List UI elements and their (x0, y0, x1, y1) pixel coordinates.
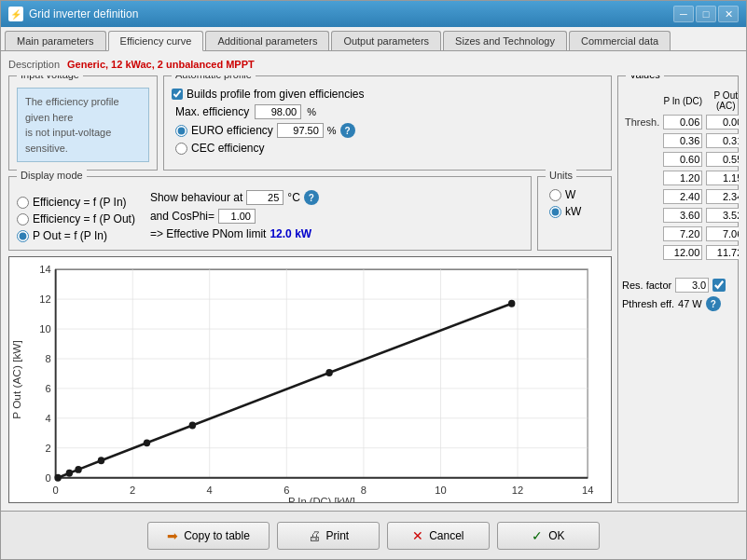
pout-input-4[interactable] (706, 189, 739, 204)
pin-input-4[interactable] (663, 189, 702, 204)
title-bar-left: ⚡ Grid inverter definition (8, 7, 138, 21)
bottom-bar: ➡ Copy to table 🖨 Print ✕ Cancel ✓ OK (1, 511, 746, 559)
pout-input-6[interactable] (706, 226, 739, 241)
tab-additional-parameters[interactable]: Additional parameters (205, 31, 329, 50)
left-panel: Input voltage The efficiency profile giv… (8, 75, 612, 503)
svg-text:10: 10 (435, 485, 446, 496)
unit-kw-radio[interactable] (549, 206, 561, 218)
euro-eff-unit: % (327, 125, 337, 136)
tab-output-parameters[interactable]: Output parameters (331, 31, 441, 50)
input-voltage-text: The efficiency profile given here is not… (17, 88, 149, 162)
efficiency-chart: 0 2 4 6 8 10 12 14 0 2 (9, 257, 611, 502)
builds-profile-row: Builds profile from given efficiencies (172, 88, 603, 101)
main-area: Input voltage The efficiency profile giv… (8, 75, 739, 503)
pout-input-7[interactable] (706, 245, 739, 260)
svg-point-34 (54, 474, 61, 482)
svg-text:8: 8 (361, 485, 367, 496)
tab-main-parameters[interactable]: Main parameters (5, 31, 106, 50)
pin-input-3[interactable] (663, 171, 702, 185)
unit-w-row: W (549, 188, 603, 201)
euro-help-button[interactable]: ? (340, 123, 355, 138)
pin-input-5[interactable] (663, 208, 702, 223)
svg-point-40 (325, 369, 332, 376)
svg-point-36 (75, 466, 81, 473)
pin-input-0[interactable] (663, 115, 702, 130)
svg-text:P Out (AC) [kW]: P Out (AC) [kW] (12, 340, 23, 419)
dm-option1-label: Efficiency = f (P In) (33, 196, 127, 209)
maximize-button[interactable]: □ (696, 6, 716, 22)
cancel-button[interactable]: ✕ Cancel (387, 522, 490, 550)
pout-input-1[interactable] (706, 133, 739, 148)
input-voltage-line1: The efficiency profile given here (25, 96, 119, 123)
close-button[interactable]: ✕ (718, 6, 739, 22)
res-factor-checkbox[interactable] (712, 279, 726, 292)
pin-input-2[interactable] (663, 152, 702, 167)
ok-button[interactable]: ✓ OK (497, 522, 600, 550)
svg-text:P In (DC) [kW]: P In (DC) [kW] (288, 495, 355, 502)
svg-point-38 (144, 439, 150, 446)
pout-input-3[interactable] (706, 171, 739, 185)
print-button[interactable]: 🖨 Print (277, 522, 380, 550)
dm-option3-label: P Out = f (P In) (33, 229, 107, 242)
svg-point-39 (189, 422, 196, 430)
pout-input-5[interactable] (706, 208, 739, 223)
builds-profile-checkbox[interactable] (172, 89, 183, 100)
input-voltage-title: Input voltage (17, 75, 83, 80)
description-value: Generic, 12 kWac, 2 unbalanced MPPT (67, 59, 255, 70)
content-area: Description Generic, 12 kWac, 2 unbalanc… (1, 51, 746, 511)
pout-input-0[interactable] (706, 115, 739, 130)
svg-point-41 (508, 300, 515, 307)
auto-profile-group: Automatic profile Builds profile from gi… (163, 75, 612, 171)
svg-text:2: 2 (45, 442, 50, 453)
max-eff-input[interactable] (255, 104, 301, 119)
display-mode-options: Efficiency = f (P In) Efficiency = f (P … (17, 196, 135, 242)
pin-input-7[interactable] (663, 245, 702, 260)
ok-icon: ✓ (532, 528, 543, 543)
dm-option1-radio[interactable] (17, 197, 29, 209)
cosphi-input[interactable] (218, 209, 256, 224)
max-eff-label: Max. efficiency (175, 105, 249, 118)
pin-input-1[interactable] (663, 133, 702, 148)
tab-sizes-technology[interactable]: Sizes and Technology (443, 31, 567, 50)
svg-text:4: 4 (207, 485, 214, 496)
units-title: Units (546, 170, 576, 181)
display-units-row: Display mode Efficiency = f (P In) Effic… (8, 176, 612, 251)
values-group: Values P In (DC) P Out (AC) Thresh. (617, 75, 739, 503)
res-factor-row: Res. factor (622, 278, 734, 293)
unit-w-label: W (565, 188, 575, 201)
euro-eff-radio[interactable] (175, 125, 187, 137)
pout-input-2[interactable] (706, 152, 739, 167)
temp-help-button[interactable]: ? (304, 190, 319, 205)
copy-to-table-button[interactable]: ➡ Copy to table (147, 522, 270, 550)
thresh-col-header (624, 89, 660, 112)
dm-option1-row: Efficiency = f (P In) (17, 196, 135, 209)
pin-input-6[interactable] (663, 226, 702, 241)
tab-efficiency-curve[interactable]: Efficiency curve (108, 31, 204, 51)
pthresh-help-button[interactable]: ? (706, 296, 721, 311)
dm-option2-radio[interactable] (17, 213, 29, 225)
res-factor-input[interactable] (675, 278, 709, 293)
builds-profile-label: Builds profile from given efficiencies (187, 88, 365, 101)
svg-text:10: 10 (39, 323, 50, 335)
app-icon: ⚡ (8, 7, 23, 21)
window-title: Grid inverter definition (29, 7, 138, 20)
print-icon: 🖨 (308, 528, 321, 543)
units-group: Units W kW (537, 176, 612, 251)
unit-kw-row: kW (549, 205, 603, 218)
copy-icon: ➡ (167, 528, 178, 543)
cec-eff-radio[interactable] (175, 143, 187, 155)
unit-w-radio[interactable] (549, 189, 561, 201)
tab-commercial-data[interactable]: Commercial data (569, 31, 671, 50)
euro-eff-input[interactable] (277, 123, 324, 138)
input-voltage-group: Input voltage The efficiency profile giv… (8, 75, 158, 171)
minimize-button[interactable]: ─ (673, 6, 694, 22)
main-window: ⚡ Grid inverter definition ─ □ ✕ Main pa… (0, 0, 747, 560)
effective-pnom-row: => Effective PNom limit 12.0 kW (150, 227, 319, 240)
temperature-input[interactable] (246, 190, 284, 205)
cec-eff-row: CEC efficiency (175, 142, 603, 155)
dm-option3-radio[interactable] (17, 230, 29, 242)
svg-text:4: 4 (45, 412, 51, 423)
top-controls-row: Input voltage The efficiency profile giv… (8, 75, 612, 171)
svg-point-35 (66, 470, 73, 477)
dm-option2-label: Efficiency = f (P Out) (33, 212, 135, 225)
